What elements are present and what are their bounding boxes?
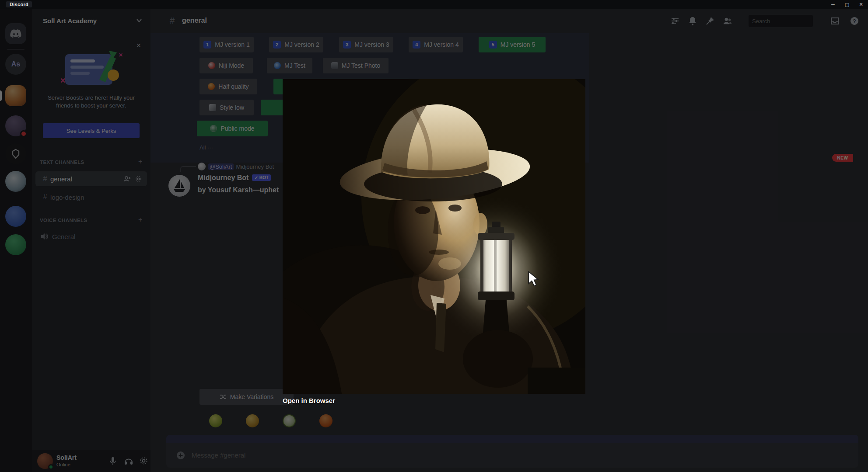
midjourney-portrait-image xyxy=(283,79,585,394)
window-close-button[interactable]: ✕ xyxy=(854,0,868,9)
app-title: Discord xyxy=(6,1,32,7)
window-titlebar: Discord ─ ▢ ✕ xyxy=(0,0,868,9)
open-in-browser-link[interactable]: Open in Browser xyxy=(283,397,335,404)
mouse-cursor xyxy=(527,271,540,288)
image-lightbox: Open in Browser xyxy=(283,79,585,394)
window-maximize-button[interactable]: ▢ xyxy=(840,0,854,9)
discord-window: Discord ─ ▢ ✕ As xyxy=(0,0,868,472)
window-minimize-button[interactable]: ─ xyxy=(826,0,840,9)
